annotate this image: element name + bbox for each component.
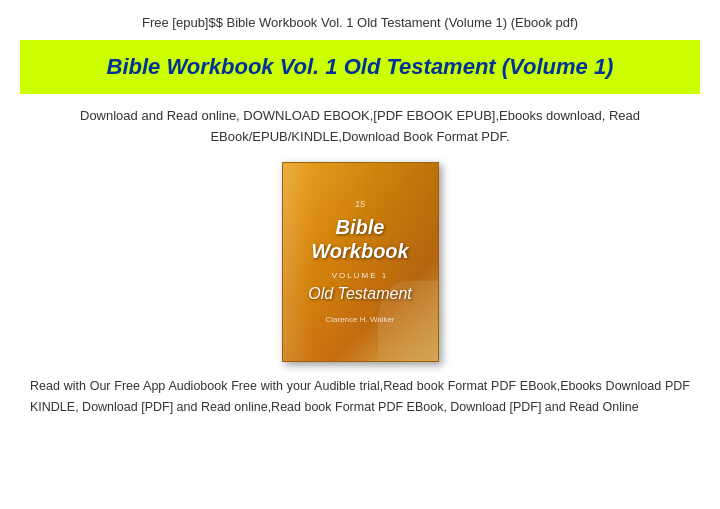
book-cover-inner: 15 BibleWorkbook VOLUME 1 Old Testament … [298, 189, 421, 334]
book-author: Clarence H. Walker [308, 315, 411, 324]
green-banner: Bible Workbook Vol. 1 Old Testament (Vol… [20, 40, 700, 94]
banner-heading: Bible Workbook Vol. 1 Old Testament (Vol… [40, 54, 680, 80]
book-volume: VOLUME 1 [308, 271, 411, 280]
book-subtitle-cover: Old Testament [308, 284, 411, 305]
page-wrapper: Free [epub]$$ Bible Workbook Vol. 1 Old … [0, 0, 720, 509]
book-number: 15 [308, 199, 411, 209]
subtitle-text: Download and Read online, DOWNLOAD EBOOK… [80, 106, 640, 148]
book-cover-container: 15 BibleWorkbook VOLUME 1 Old Testament … [282, 162, 439, 362]
book-cover: 15 BibleWorkbook VOLUME 1 Old Testament … [282, 162, 439, 362]
footer-text: Read with Our Free App Audiobook Free wi… [20, 376, 700, 419]
top-title: Free [epub]$$ Bible Workbook Vol. 1 Old … [142, 10, 578, 30]
book-title-cover: BibleWorkbook [308, 215, 411, 263]
